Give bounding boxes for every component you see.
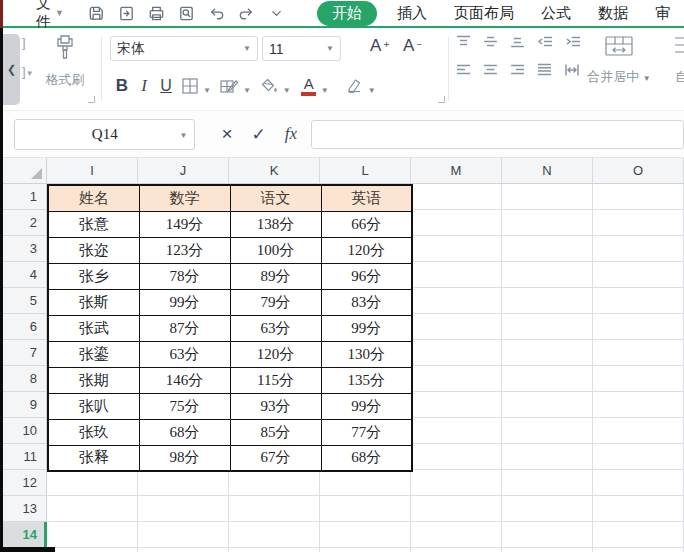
column-header-N[interactable]: N	[502, 158, 593, 183]
tab-开始[interactable]: 开始	[317, 1, 377, 26]
chevron-down-icon[interactable]: ▼	[203, 86, 211, 95]
row-header-2[interactable]: 2	[0, 210, 47, 236]
row-header-9[interactable]: 9	[0, 392, 47, 418]
row-header-8[interactable]: 8	[0, 366, 47, 392]
cell[interactable]: 张释	[48, 445, 139, 471]
cell[interactable]: 66分	[321, 211, 412, 237]
row-header-10[interactable]: 10	[0, 418, 47, 444]
cell[interactable]: 68分	[321, 445, 412, 471]
redo-icon[interactable]	[236, 3, 257, 24]
chevron-down-icon[interactable]: ▼	[243, 86, 251, 95]
align-bottom-icon[interactable]	[509, 34, 526, 50]
increase-indent-icon[interactable]	[564, 34, 582, 50]
cell[interactable]: 87分	[139, 315, 230, 341]
italic-button[interactable]: I	[134, 76, 154, 96]
cell[interactable]: 63分	[139, 341, 230, 367]
chevron-down-icon[interactable]: ▼	[283, 86, 291, 95]
cell[interactable]: 120分	[321, 237, 412, 263]
align-right-icon[interactable]	[509, 62, 526, 78]
print-preview-icon[interactable]	[176, 3, 197, 24]
decrease-indent-icon[interactable]	[536, 34, 554, 50]
column-header-L[interactable]: L	[320, 158, 411, 183]
borders-button[interactable]	[178, 77, 202, 95]
cell[interactable]: 85分	[230, 419, 321, 445]
cell[interactable]: 68分	[139, 419, 230, 445]
name-box[interactable]: Q14 ▼	[14, 119, 195, 150]
cell[interactable]: 张叭	[48, 393, 139, 419]
row-header-12[interactable]: 12	[0, 470, 47, 496]
wrap-text-icon[interactable]	[563, 62, 581, 78]
undo-icon[interactable]	[206, 3, 227, 24]
panel-collapse-handle[interactable]: ❮	[3, 34, 20, 105]
paste-dropdown-partial[interactable]: ]▼	[22, 64, 34, 79]
paste-button-partial[interactable]: ]	[22, 35, 26, 50]
cell[interactable]: 138分	[230, 211, 321, 237]
chevron-down-icon[interactable]: ▼	[368, 86, 376, 95]
more-commands-icon[interactable]	[266, 3, 287, 24]
cell[interactable]: 63分	[230, 315, 321, 341]
tab-审[interactable]: 审	[655, 4, 670, 23]
cell[interactable]: 77分	[321, 419, 412, 445]
merge-center-button[interactable]: 合并居中 ▼	[586, 34, 652, 86]
cell[interactable]: 123分	[139, 237, 230, 263]
tab-页面布局[interactable]: 页面布局	[454, 4, 514, 23]
confirm-entry-icon[interactable]: ✓	[252, 124, 266, 145]
cell[interactable]: 135分	[321, 367, 412, 393]
decrease-font-size-button[interactable]: A－	[403, 36, 424, 56]
row-header-11[interactable]: 11	[0, 444, 47, 470]
draw-border-button[interactable]	[216, 77, 242, 95]
increase-font-size-button[interactable]: A＋	[370, 36, 391, 56]
cell[interactable]: 67分	[230, 445, 321, 471]
cell[interactable]: 149分	[139, 211, 230, 237]
cell[interactable]: 张玖	[48, 419, 139, 445]
export-icon[interactable]	[116, 3, 137, 24]
select-all-corner[interactable]	[0, 158, 47, 183]
auto-wrap-button-partial[interactable]: 自动	[658, 34, 684, 86]
cell[interactable]: 79分	[230, 289, 321, 315]
justify-icon[interactable]	[536, 62, 553, 78]
cell[interactable]: 张乡	[48, 263, 139, 289]
row-header-3[interactable]: 3	[0, 236, 47, 262]
dialog-launcher-icon[interactable]	[88, 96, 95, 103]
formula-input[interactable]	[311, 120, 684, 149]
cell[interactable]: 张期	[48, 367, 139, 393]
cell[interactable]: 130分	[321, 341, 412, 367]
cell[interactable]: 99分	[139, 289, 230, 315]
cell[interactable]: 78分	[139, 263, 230, 289]
cell[interactable]: 100分	[230, 237, 321, 263]
row-header-5[interactable]: 5	[0, 288, 47, 314]
font-name-select[interactable]: 宋体 ▼	[110, 36, 258, 61]
align-left-icon[interactable]	[455, 62, 472, 78]
cell[interactable]: 146分	[139, 367, 230, 393]
cell[interactable]: 张鎏	[48, 341, 139, 367]
dialog-launcher-icon[interactable]	[438, 96, 445, 103]
tab-公式[interactable]: 公式	[541, 4, 571, 23]
cell[interactable]: 89分	[230, 263, 321, 289]
cell[interactable]: 120分	[230, 341, 321, 367]
column-header-I[interactable]: I	[47, 158, 138, 183]
underline-button[interactable]: U	[154, 77, 178, 95]
row-header-1[interactable]: 1	[0, 184, 47, 210]
cell[interactable]: 115分	[230, 367, 321, 393]
column-header-K[interactable]: K	[229, 158, 320, 183]
cell[interactable]: 99分	[321, 393, 412, 419]
font-size-select[interactable]: 11 ▼	[262, 36, 341, 61]
row-header-6[interactable]: 6	[0, 314, 47, 340]
cell[interactable]: 83分	[321, 289, 412, 315]
save-icon[interactable]	[86, 3, 107, 24]
cell[interactable]: 张斯	[48, 289, 139, 315]
fill-color-button[interactable]	[256, 77, 282, 95]
cell[interactable]: 96分	[321, 263, 412, 289]
cell-area[interactable]: 姓名数学语文英语张意149分138分66分张迩123分100分120分张乡78分…	[47, 184, 684, 552]
cell[interactable]: 93分	[230, 393, 321, 419]
format-painter-button[interactable]: 格式刷	[34, 33, 96, 89]
cell[interactable]: 英语	[321, 185, 412, 211]
cell[interactable]: 语文	[230, 185, 321, 211]
cell[interactable]: 张武	[48, 315, 139, 341]
row-header-13[interactable]: 13	[0, 496, 47, 522]
align-middle-icon[interactable]	[482, 34, 499, 50]
tab-插入[interactable]: 插入	[397, 4, 427, 23]
cell[interactable]: 98分	[139, 445, 230, 471]
column-header-O[interactable]: O	[593, 158, 684, 183]
chevron-down-icon[interactable]: ▼	[321, 86, 329, 95]
